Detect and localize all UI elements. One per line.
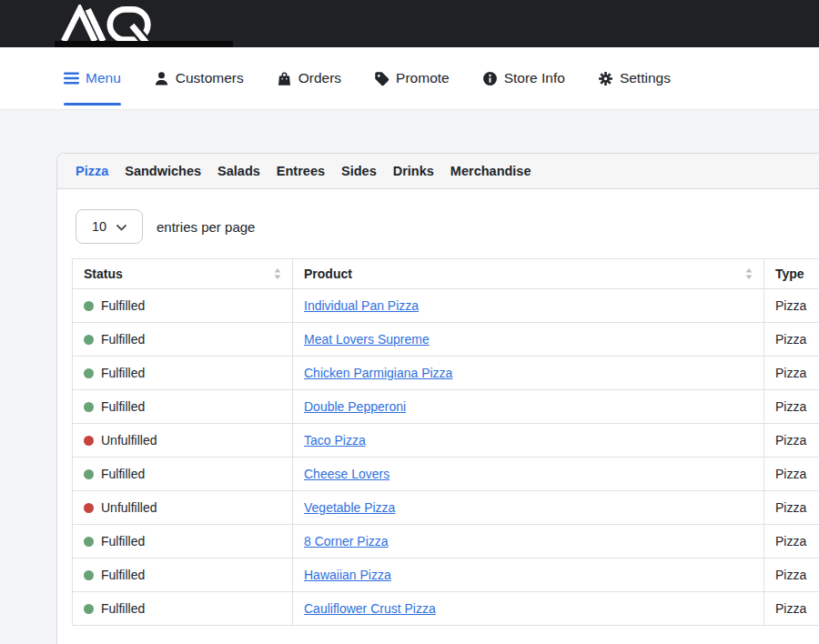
nav-item-menu[interactable]: Menu xyxy=(64,47,121,109)
tab-sides[interactable]: Sides xyxy=(341,164,377,178)
table-row: Fulfilled Chicken Parmigiana Pizza Pizza xyxy=(73,357,819,390)
status-cell: Fulfilled xyxy=(73,458,293,491)
status-dot-icon xyxy=(84,301,94,311)
status-label: Fulfilled xyxy=(101,366,145,380)
column-label: Status xyxy=(84,267,123,281)
table-header-row: Status Product Type xyxy=(73,259,819,289)
status-label: Fulfilled xyxy=(101,534,145,548)
status-cell: Fulfilled xyxy=(73,323,293,357)
chevron-down-icon xyxy=(116,219,126,234)
status-dot-icon xyxy=(84,436,94,446)
status-dot-icon xyxy=(84,469,94,479)
type-cell: Pizza xyxy=(764,424,819,458)
tab-drinks[interactable]: Drinks xyxy=(393,164,434,178)
product-cell: Double Pepperoni xyxy=(293,390,764,424)
sort-arrows-icon[interactable] xyxy=(745,267,753,280)
tab-salads[interactable]: Salads xyxy=(217,164,260,178)
product-link[interactable]: Cheese Lovers xyxy=(304,467,389,481)
type-cell: Pizza xyxy=(764,458,819,491)
status-dot-icon xyxy=(84,402,94,412)
main-navbar: Menu Customers Orders Promote Store Info… xyxy=(0,47,819,110)
product-cell: Vegetable Pizza xyxy=(293,491,764,525)
type-cell: Pizza xyxy=(764,592,819,626)
column-header-status[interactable]: Status xyxy=(73,259,293,289)
product-link[interactable]: Chicken Parmigiana Pizza xyxy=(304,366,452,380)
table-row: Fulfilled Individual Pan Pizza Pizza xyxy=(73,289,819,323)
status-cell: Unfulfilled xyxy=(73,424,293,458)
status-cell: Unfulfilled xyxy=(73,491,293,525)
status-label: Fulfilled xyxy=(101,332,145,347)
column-header-type[interactable]: Type xyxy=(764,259,819,289)
product-link[interactable]: Cauliflower Crust Pizza xyxy=(304,601,436,616)
tab-sandwiches[interactable]: Sandwiches xyxy=(125,164,201,178)
person-icon xyxy=(154,71,169,86)
entries-per-page-value: 10 xyxy=(92,219,106,234)
table-row: Fulfilled Cauliflower Crust Pizza Pizza xyxy=(73,592,819,626)
product-link[interactable]: Individual Pan Pizza xyxy=(304,298,419,313)
status-label: Unfulfilled xyxy=(101,500,157,515)
info-circle-icon xyxy=(482,71,498,86)
menu-card: Pizza Sandwiches Salads Entrees Sides Dr… xyxy=(56,153,819,644)
type-cell: Pizza xyxy=(764,390,819,424)
type-cell: Pizza xyxy=(764,491,819,525)
product-link[interactable]: Meat Lovers Supreme xyxy=(304,332,430,347)
table-row: Fulfilled Meat Lovers Supreme Pizza xyxy=(73,323,819,357)
column-label: Type xyxy=(775,267,804,281)
nav-item-orders[interactable]: Orders xyxy=(277,47,341,109)
status-dot-icon xyxy=(84,570,94,580)
status-cell: Fulfilled xyxy=(73,592,293,626)
nav-item-settings[interactable]: Settings xyxy=(598,47,671,109)
type-cell: Pizza xyxy=(764,525,819,558)
status-cell: Fulfilled xyxy=(73,390,293,424)
column-header-product[interactable]: Product xyxy=(293,259,764,289)
products-table: Status Product Type Fulfilled Individual… xyxy=(72,258,819,626)
product-link[interactable]: Taco Pizza xyxy=(304,433,366,448)
nav-item-store-info[interactable]: Store Info xyxy=(482,47,565,109)
top-brand-bar xyxy=(0,0,819,47)
status-label: Fulfilled xyxy=(101,399,145,414)
status-label: Fulfilled xyxy=(101,298,145,313)
nav-item-promote[interactable]: Promote xyxy=(374,47,450,109)
product-cell: Chicken Parmigiana Pizza xyxy=(293,357,764,390)
type-cell: Pizza xyxy=(764,558,819,592)
status-cell: Fulfilled xyxy=(73,357,293,390)
entries-per-page-select[interactable]: 10 xyxy=(76,209,143,244)
type-cell: Pizza xyxy=(764,323,819,357)
tab-pizza[interactable]: Pizza xyxy=(76,164,108,178)
product-link[interactable]: Vegetable Pizza xyxy=(304,500,395,515)
product-link[interactable]: 8 Corner Pizza xyxy=(304,534,389,548)
product-cell: Individual Pan Pizza xyxy=(293,289,764,323)
status-dot-icon xyxy=(84,537,94,547)
table-row: Fulfilled Cheese Lovers Pizza xyxy=(73,458,819,491)
gear-icon xyxy=(598,71,613,86)
product-cell: Taco Pizza xyxy=(293,424,764,458)
nav-item-customers[interactable]: Customers xyxy=(154,47,244,109)
sort-arrows-icon[interactable] xyxy=(274,267,281,280)
product-link[interactable]: Double Pepperoni xyxy=(304,399,406,414)
card-body: 10 entries per page Status Product xyxy=(57,189,819,644)
nav-item-label: Customers xyxy=(176,70,244,86)
status-dot-icon xyxy=(84,335,94,345)
status-cell: Fulfilled xyxy=(73,558,293,592)
status-cell: Fulfilled xyxy=(73,289,293,323)
status-label: Fulfilled xyxy=(101,601,145,616)
product-cell: Cheese Lovers xyxy=(293,458,764,491)
table-row: Unfulfilled Taco Pizza Pizza xyxy=(73,424,819,458)
tab-entrees[interactable]: Entrees xyxy=(277,164,325,178)
status-dot-icon xyxy=(84,368,94,378)
hamburger-icon xyxy=(64,72,79,85)
product-cell: Cauliflower Crust Pizza xyxy=(293,592,764,626)
tab-merchandise[interactable]: Merchandise xyxy=(450,164,531,178)
tag-icon xyxy=(374,71,389,86)
table-body: Fulfilled Individual Pan Pizza Pizza Ful… xyxy=(73,289,819,626)
table-row: Fulfilled Hawaiian Pizza Pizza xyxy=(73,558,819,592)
status-label: Unfulfilled xyxy=(101,433,157,448)
entries-per-page-label: entries per page xyxy=(157,219,255,235)
nav-item-label: Menu xyxy=(86,70,121,86)
type-cell: Pizza xyxy=(764,357,819,390)
product-link[interactable]: Hawaiian Pizza xyxy=(304,568,391,582)
type-cell: Pizza xyxy=(764,289,819,323)
nav-item-label: Store Info xyxy=(504,70,565,86)
table-row: Fulfilled Double Pepperoni Pizza xyxy=(73,390,819,424)
status-dot-icon xyxy=(84,503,94,513)
